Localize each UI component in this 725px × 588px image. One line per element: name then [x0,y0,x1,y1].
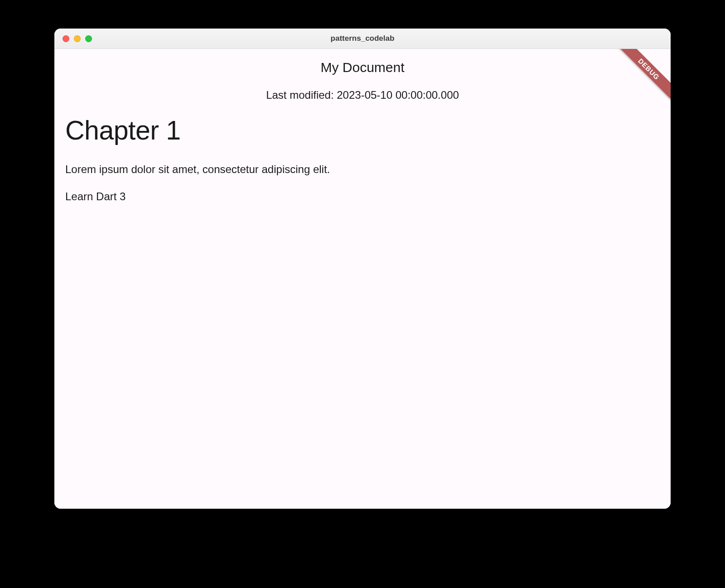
last-modified-label: Last modified: 2023-05-10 00:00:00.000 [54,89,671,101]
app-content-area: My Document Last modified: 2023-05-10 00… [54,49,671,509]
application-window: patterns_codelab My Document Last modifi… [54,29,671,509]
paragraph-text: Lorem ipsum dolor sit amet, consectetur … [65,163,660,176]
window-title: patterns_codelab [54,34,671,43]
page-title: My Document [54,60,671,75]
chapter-heading: Chapter 1 [65,115,660,146]
document-body: Chapter 1 Lorem ipsum dolor sit amet, co… [54,101,671,203]
window-titlebar[interactable]: patterns_codelab [54,29,671,49]
checkbox-item-text: Learn Dart 3 [65,190,660,203]
app-header: My Document Last modified: 2023-05-10 00… [54,49,671,101]
